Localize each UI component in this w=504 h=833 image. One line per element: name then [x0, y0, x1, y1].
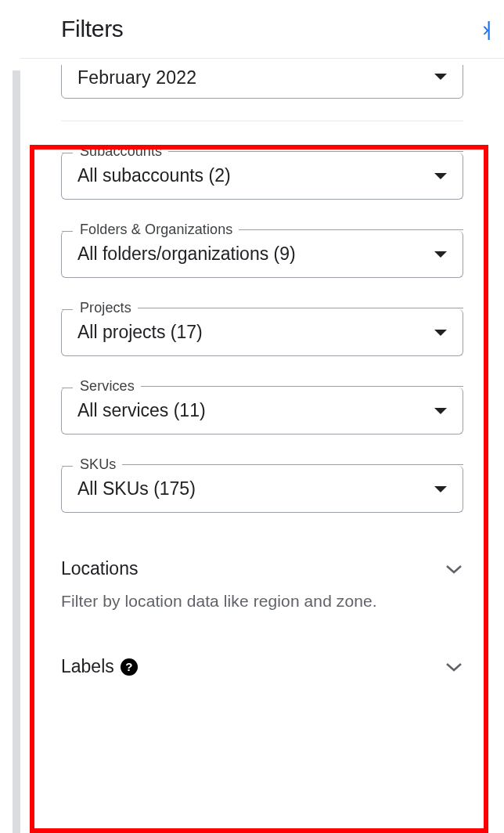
date-range-value: February 2022 [77, 67, 196, 88]
section-divider [61, 121, 463, 121]
left-gutter-bar [13, 70, 20, 833]
subaccounts-filter: Subaccounts All subaccounts (2) [61, 153, 463, 200]
panel-content: February 2022 Subaccounts All subaccount… [20, 59, 504, 677]
projects-filter: Projects All projects (17) [61, 309, 463, 356]
labels-title: Labels ? [61, 656, 138, 677]
left-gutter [0, 70, 20, 833]
panel-header: Filters ›| [20, 0, 504, 59]
caret-down-icon [434, 330, 447, 336]
folders-orgs-filter: Folders & Organizations All folders/orga… [61, 231, 463, 278]
labels-section[interactable]: Labels ? [61, 656, 463, 677]
caret-down-icon [434, 74, 447, 80]
help-icon[interactable]: ? [121, 658, 138, 676]
skus-dropdown[interactable]: All SKUs (175) [61, 466, 463, 513]
date-range-dropdown[interactable]: February 2022 [61, 59, 463, 99]
services-value: All services (11) [77, 400, 206, 421]
locations-header: Locations [61, 558, 463, 579]
panel-title: Filters [61, 16, 124, 42]
subaccounts-dropdown[interactable]: All subaccounts (2) [61, 153, 463, 200]
locations-title: Locations [61, 558, 138, 579]
projects-dropdown[interactable]: All projects (17) [61, 309, 463, 356]
projects-value: All projects (17) [77, 322, 203, 343]
skus-value: All SKUs (175) [77, 478, 196, 499]
caret-down-icon [434, 486, 447, 492]
collapse-panel-icon[interactable]: ›| [483, 17, 488, 41]
locations-section[interactable]: Locations Filter by location data like r… [61, 558, 463, 611]
skus-filter: SKUs All SKUs (175) [61, 466, 463, 513]
services-filter: Services All services (11) [61, 388, 463, 435]
labels-header: Labels ? [61, 656, 463, 677]
folders-orgs-dropdown[interactable]: All folders/organizations (9) [61, 231, 463, 278]
chevron-down-icon [445, 658, 463, 676]
locations-description: Filter by location data like region and … [61, 592, 463, 611]
subaccounts-value: All subaccounts (2) [77, 165, 231, 186]
caret-down-icon [434, 251, 447, 258]
caret-down-icon [434, 173, 447, 179]
filters-panel: Filters ›| February 2022 Subaccounts All… [20, 0, 504, 833]
folders-orgs-value: All folders/organizations (9) [77, 243, 296, 265]
labels-title-text: Labels [61, 656, 114, 677]
caret-down-icon [434, 408, 447, 414]
chevron-down-icon [445, 560, 463, 579]
services-dropdown[interactable]: All services (11) [61, 388, 463, 435]
